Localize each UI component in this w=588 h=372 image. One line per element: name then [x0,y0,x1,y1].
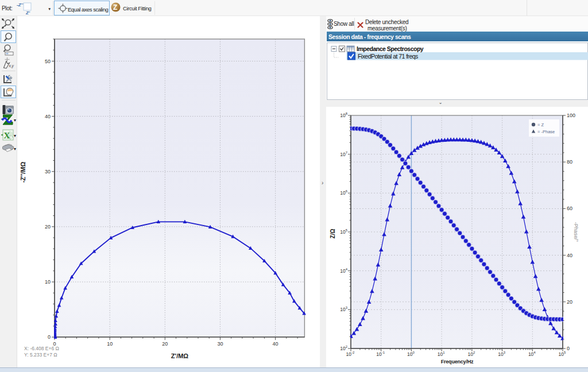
svg-text:x,y: x,y [9,64,14,68]
svg-text:103: 103 [498,351,505,357]
svg-text:Z': Z' [25,10,30,15]
svg-text:-Phase/°: -Phase/° [573,222,579,242]
svg-text:106: 106 [340,189,347,196]
svg-text:102: 102 [467,351,475,357]
svg-text:-Z'': -Z'' [17,2,24,7]
svg-text:0: 0 [567,346,570,351]
svg-text:100: 100 [567,113,575,118]
svg-text:20: 20 [162,341,168,347]
svg-text:102: 102 [340,345,347,351]
svg-text:= -Phase: = -Phase [537,129,555,134]
svg-text:60: 60 [567,206,572,211]
svg-text:10: 10 [45,279,51,285]
svg-text:Frequency/Hz: Frequency/Hz [441,359,474,365]
svg-text:104: 104 [340,268,347,274]
svg-text:103: 103 [340,306,347,312]
svg-text:0: 0 [48,334,51,340]
svg-text:Impedance Spectroscopy: Impedance Spectroscopy [357,45,424,52]
svg-text:40: 40 [567,253,572,258]
svg-text:20: 20 [45,224,51,230]
svg-text:X: X [4,131,10,140]
svg-text:10-2: 10-2 [346,351,355,357]
svg-text:104: 104 [528,351,536,357]
svg-text:= Z: = Z [537,122,544,127]
svg-text:100: 100 [407,351,415,357]
svg-text:30: 30 [217,341,223,347]
svg-text:30: 30 [45,169,51,175]
svg-text:80: 80 [567,159,572,165]
svg-text:Y: 5.233 E+7 Ω: Y: 5.233 E+7 Ω [24,352,57,358]
svg-text:Z'/MΩ: Z'/MΩ [171,352,189,359]
svg-text:40: 40 [45,114,51,119]
svg-text:10: 10 [107,341,113,347]
svg-text:105: 105 [559,351,566,357]
svg-text:Z: Z [113,3,117,11]
svg-text:105: 105 [340,228,347,235]
svg-text:107: 107 [340,151,347,157]
svg-text:X: -6.408 E+6 Ω: X: -6.408 E+6 Ω [24,346,59,351]
svg-text:101: 101 [438,351,445,357]
svg-text:Z/Ω: Z/Ω [330,229,336,239]
svg-text:-Z''/MΩ: -Z''/MΩ [20,161,26,183]
svg-text:40: 40 [273,341,278,347]
svg-text:20: 20 [567,299,572,305]
svg-text:FixedPotential at 71 freqs: FixedPotential at 71 freqs [358,53,418,60]
svg-text:50: 50 [45,59,51,64]
svg-text:108: 108 [340,112,347,118]
svg-text:10-1: 10-1 [376,351,385,357]
